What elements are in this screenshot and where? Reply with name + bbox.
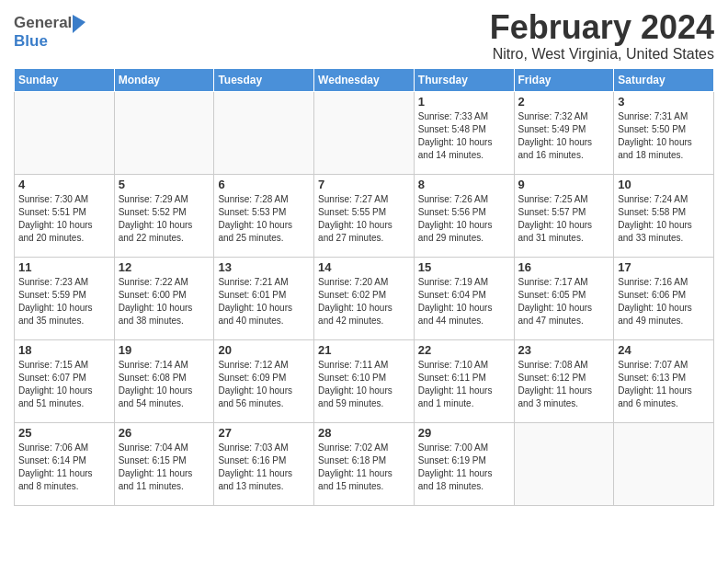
weekday-header-sunday: Sunday <box>15 68 115 91</box>
day-number: 17 <box>618 260 710 274</box>
calendar-cell <box>514 422 614 505</box>
day-number: 1 <box>418 95 510 109</box>
calendar-cell: 26Sunrise: 7:04 AM Sunset: 6:15 PM Dayli… <box>114 422 214 505</box>
header: General Blue February 2024 Nitro, West V… <box>14 9 714 63</box>
day-info: Sunrise: 7:33 AM Sunset: 5:48 PM Dayligh… <box>418 110 510 162</box>
day-number: 21 <box>318 343 410 357</box>
day-info: Sunrise: 7:00 AM Sunset: 6:19 PM Dayligh… <box>418 442 510 493</box>
day-number: 4 <box>18 178 110 191</box>
title-area: February 2024 Nitro, West Virginia, Unit… <box>490 9 714 63</box>
day-info: Sunrise: 7:11 AM Sunset: 6:10 PM Dayligh… <box>318 359 410 410</box>
day-number: 14 <box>318 260 410 274</box>
day-info: Sunrise: 7:25 AM Sunset: 5:57 PM Dayligh… <box>518 193 610 245</box>
calendar-cell: 12Sunrise: 7:22 AM Sunset: 6:00 PM Dayli… <box>114 257 214 339</box>
logo: General Blue <box>14 9 88 51</box>
calendar-cell: 6Sunrise: 7:28 AM Sunset: 5:53 PM Daylig… <box>214 174 314 257</box>
day-number: 16 <box>518 260 610 274</box>
calendar-week-row: 25Sunrise: 7:06 AM Sunset: 6:14 PM Dayli… <box>15 422 714 505</box>
day-info: Sunrise: 7:14 AM Sunset: 6:08 PM Dayligh… <box>119 359 210 410</box>
calendar-week-row: 11Sunrise: 7:23 AM Sunset: 5:59 PM Dayli… <box>15 257 714 339</box>
calendar-cell: 3Sunrise: 7:31 AM Sunset: 5:50 PM Daylig… <box>614 91 714 174</box>
day-number: 26 <box>119 426 210 440</box>
day-info: Sunrise: 7:16 AM Sunset: 6:06 PM Dayligh… <box>618 276 710 327</box>
calendar-cell <box>314 91 415 174</box>
calendar-cell: 13Sunrise: 7:21 AM Sunset: 6:01 PM Dayli… <box>214 257 314 339</box>
weekday-header-friday: Friday <box>514 68 614 91</box>
day-info: Sunrise: 7:32 AM Sunset: 5:49 PM Dayligh… <box>518 110 610 162</box>
calendar-cell: 7Sunrise: 7:27 AM Sunset: 5:55 PM Daylig… <box>314 174 415 257</box>
calendar-week-row: 4Sunrise: 7:30 AM Sunset: 5:51 PM Daylig… <box>15 174 714 257</box>
day-info: Sunrise: 7:19 AM Sunset: 6:04 PM Dayligh… <box>418 276 510 327</box>
logo-flag-icon <box>73 15 87 33</box>
weekday-header-thursday: Thursday <box>414 68 514 91</box>
day-info: Sunrise: 7:07 AM Sunset: 6:13 PM Dayligh… <box>618 359 710 410</box>
day-info: Sunrise: 7:08 AM Sunset: 6:12 PM Dayligh… <box>518 359 610 410</box>
calendar-cell: 17Sunrise: 7:16 AM Sunset: 6:06 PM Dayli… <box>614 257 714 339</box>
calendar-cell <box>114 91 214 174</box>
day-number: 18 <box>18 343 110 357</box>
day-info: Sunrise: 7:30 AM Sunset: 5:51 PM Dayligh… <box>18 193 110 245</box>
calendar-cell: 28Sunrise: 7:02 AM Sunset: 6:18 PM Dayli… <box>314 422 415 505</box>
month-title: February 2024 <box>490 9 714 46</box>
day-info: Sunrise: 7:10 AM Sunset: 6:11 PM Dayligh… <box>418 359 510 410</box>
day-info: Sunrise: 7:17 AM Sunset: 6:05 PM Dayligh… <box>518 276 610 327</box>
calendar-cell <box>214 91 314 174</box>
calendar-cell: 24Sunrise: 7:07 AM Sunset: 6:13 PM Dayli… <box>614 339 714 422</box>
calendar-cell: 1Sunrise: 7:33 AM Sunset: 5:48 PM Daylig… <box>414 91 514 174</box>
day-number: 3 <box>618 95 710 109</box>
svg-marker-0 <box>73 15 85 33</box>
day-number: 6 <box>218 178 310 191</box>
calendar-cell: 29Sunrise: 7:00 AM Sunset: 6:19 PM Dayli… <box>414 422 514 505</box>
logo-blue-text: Blue <box>14 32 48 50</box>
day-info: Sunrise: 7:06 AM Sunset: 6:14 PM Dayligh… <box>18 442 110 493</box>
day-info: Sunrise: 7:21 AM Sunset: 6:01 PM Dayligh… <box>218 276 310 327</box>
calendar-week-row: 1Sunrise: 7:33 AM Sunset: 5:48 PM Daylig… <box>15 91 714 174</box>
calendar-cell: 27Sunrise: 7:03 AM Sunset: 6:16 PM Dayli… <box>214 422 314 505</box>
calendar-cell: 5Sunrise: 7:29 AM Sunset: 5:52 PM Daylig… <box>114 174 214 257</box>
day-number: 23 <box>518 343 610 357</box>
weekday-header-saturday: Saturday <box>614 68 714 91</box>
calendar-week-row: 18Sunrise: 7:15 AM Sunset: 6:07 PM Dayli… <box>15 339 714 422</box>
calendar-cell: 21Sunrise: 7:11 AM Sunset: 6:10 PM Dayli… <box>314 339 415 422</box>
day-number: 9 <box>518 178 610 191</box>
calendar-cell: 16Sunrise: 7:17 AM Sunset: 6:05 PM Dayli… <box>514 257 614 339</box>
day-number: 2 <box>518 95 610 109</box>
day-number: 19 <box>119 343 210 357</box>
calendar-cell: 20Sunrise: 7:12 AM Sunset: 6:09 PM Dayli… <box>214 339 314 422</box>
day-info: Sunrise: 7:02 AM Sunset: 6:18 PM Dayligh… <box>318 442 410 493</box>
calendar-cell: 9Sunrise: 7:25 AM Sunset: 5:57 PM Daylig… <box>514 174 614 257</box>
calendar-cell: 2Sunrise: 7:32 AM Sunset: 5:49 PM Daylig… <box>514 91 614 174</box>
day-info: Sunrise: 7:23 AM Sunset: 5:59 PM Dayligh… <box>18 276 110 327</box>
day-number: 24 <box>618 343 710 357</box>
day-number: 10 <box>618 178 710 191</box>
calendar-cell: 11Sunrise: 7:23 AM Sunset: 5:59 PM Dayli… <box>15 257 115 339</box>
calendar-cell: 8Sunrise: 7:26 AM Sunset: 5:56 PM Daylig… <box>414 174 514 257</box>
day-info: Sunrise: 7:22 AM Sunset: 6:00 PM Dayligh… <box>119 276 210 327</box>
day-number: 28 <box>318 426 410 440</box>
location-title: Nitro, West Virginia, United States <box>490 46 714 63</box>
calendar-cell: 15Sunrise: 7:19 AM Sunset: 6:04 PM Dayli… <box>414 257 514 339</box>
day-number: 25 <box>18 426 110 440</box>
day-info: Sunrise: 7:04 AM Sunset: 6:15 PM Dayligh… <box>119 442 210 493</box>
calendar-cell: 10Sunrise: 7:24 AM Sunset: 5:58 PM Dayli… <box>614 174 714 257</box>
calendar-header-row: SundayMondayTuesdayWednesdayThursdayFrid… <box>15 68 714 91</box>
day-number: 5 <box>119 178 210 191</box>
day-info: Sunrise: 7:31 AM Sunset: 5:50 PM Dayligh… <box>618 110 710 162</box>
day-number: 27 <box>218 426 310 440</box>
calendar-cell: 23Sunrise: 7:08 AM Sunset: 6:12 PM Dayli… <box>514 339 614 422</box>
day-info: Sunrise: 7:03 AM Sunset: 6:16 PM Dayligh… <box>218 442 310 493</box>
weekday-header-monday: Monday <box>114 68 214 91</box>
calendar-table: SundayMondayTuesdayWednesdayThursdayFrid… <box>14 68 714 506</box>
day-number: 13 <box>218 260 310 274</box>
day-number: 12 <box>119 260 210 274</box>
day-number: 20 <box>218 343 310 357</box>
day-info: Sunrise: 7:29 AM Sunset: 5:52 PM Dayligh… <box>119 193 210 245</box>
logo-general-text: General <box>14 14 72 32</box>
day-number: 29 <box>418 426 510 440</box>
calendar-cell <box>15 91 115 174</box>
day-info: Sunrise: 7:26 AM Sunset: 5:56 PM Dayligh… <box>418 193 510 245</box>
day-number: 8 <box>418 178 510 191</box>
day-number: 15 <box>418 260 510 274</box>
calendar-cell: 18Sunrise: 7:15 AM Sunset: 6:07 PM Dayli… <box>15 339 115 422</box>
day-info: Sunrise: 7:20 AM Sunset: 6:02 PM Dayligh… <box>318 276 410 327</box>
